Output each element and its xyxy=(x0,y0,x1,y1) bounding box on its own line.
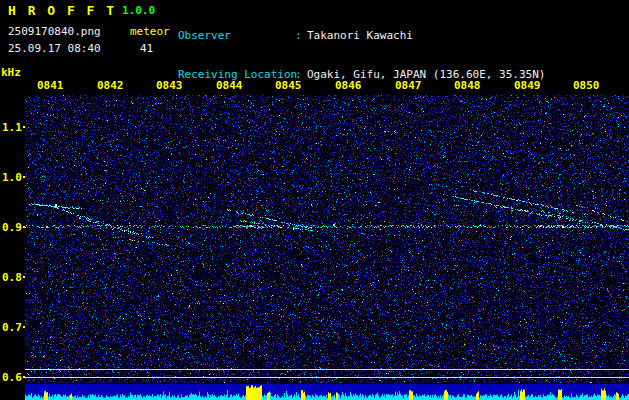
y-tick-label: 0.9 xyxy=(2,221,21,234)
y-tick-label: 1.0 xyxy=(2,171,21,184)
info-label: Observer xyxy=(178,29,295,42)
x-tick-label: 0841 xyxy=(37,79,64,92)
app-version: 1.0.0 xyxy=(122,4,155,17)
app-title: H R O F F T xyxy=(8,3,116,18)
x-tick-label: 0849 xyxy=(514,79,541,92)
output-filename: 2509170840.png xyxy=(8,25,101,38)
x-tick-label: 0847 xyxy=(395,79,422,92)
info-value: Takanori Kawachi xyxy=(303,29,413,42)
y-tick-label: 1.1 xyxy=(2,121,21,134)
y-tick-label: 0.7 xyxy=(2,321,21,334)
x-tick-label: 0845 xyxy=(275,79,302,92)
datetime-label: 25.09.17 08:40 xyxy=(8,42,101,55)
level-meter-canvas xyxy=(25,384,629,400)
echo-count: 41 xyxy=(140,42,153,55)
x-tick-label: 0843 xyxy=(156,79,183,92)
mode-label: meteor xyxy=(130,25,170,38)
x-tick-label: 0844 xyxy=(216,79,243,92)
x-tick-label: 0850 xyxy=(573,79,600,92)
info-colon: : xyxy=(295,29,303,42)
x-tick-label: 0846 xyxy=(335,79,362,92)
info-row-observer: Observer:Takanori Kawachi xyxy=(178,29,545,42)
spectrogram-canvas xyxy=(25,95,629,383)
y-tick-label: 0.8 xyxy=(2,271,21,284)
x-tick-label: 0842 xyxy=(97,79,124,92)
y-tick-label: 0.6 xyxy=(2,371,21,384)
y-axis-unit: kHz xyxy=(1,66,21,79)
x-tick-label: 0848 xyxy=(454,79,481,92)
hrofft-output: H R O F F T 1.0.0 2509170840.png meteor … xyxy=(0,0,629,400)
